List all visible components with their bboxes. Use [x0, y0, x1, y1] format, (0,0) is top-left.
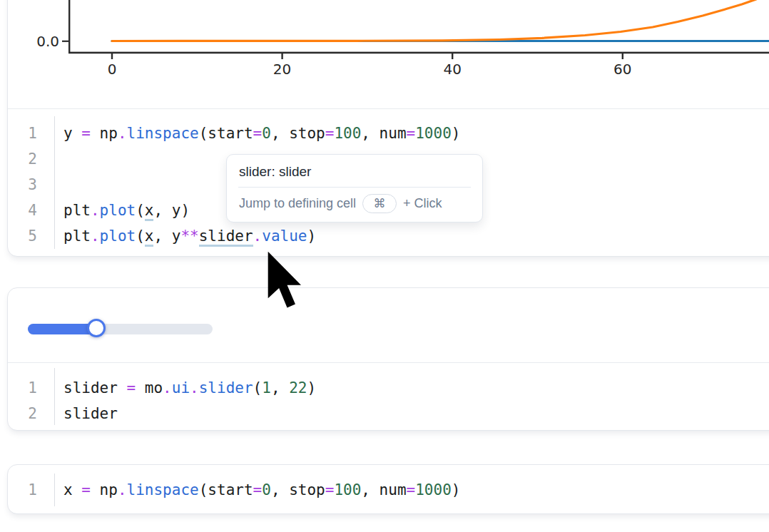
line-number: 4 [8, 198, 54, 223]
tooltip-action-label: Jump to defining cell [239, 196, 356, 211]
code-token: . [118, 481, 127, 498]
code-text: plt.plot(x, y**slider.value) [54, 223, 316, 249]
marimo-notebook: { "colors":{ "accent_blue":"#4a78eb", "t… [0, 0, 769, 532]
code-token: ui [172, 379, 190, 397]
code-token: . [91, 227, 100, 245]
code-token: = [325, 125, 335, 142]
code-token: , stop [271, 481, 325, 498]
code-line[interactable]: 1y = np.linspace(start=0, stop=100, num=… [8, 121, 769, 146]
code-token: 1000 [415, 125, 452, 142]
code-token: = [407, 481, 416, 498]
code-token: ( [253, 379, 263, 397]
variable-tooltip: slider: slider Jump to defining cell ⌘ +… [226, 154, 483, 222]
code-token: (start [199, 125, 253, 142]
code-token: ) [452, 481, 461, 498]
code-token: mo [136, 379, 163, 397]
code-token: . [118, 125, 127, 142]
code-token: = [81, 481, 91, 498]
matplotlib-figure: 0.00204060 [0, 0, 769, 107]
code-token: 0 [262, 481, 271, 498]
code-token: , y [153, 227, 180, 245]
cell-x-definition: 1x = np.linspace(start=0, stop=100, num=… [7, 464, 769, 514]
code-text: slider [54, 401, 118, 426]
code-token: ( [136, 202, 145, 219]
code-token: 100 [334, 125, 361, 142]
variable-reference[interactable]: slider [199, 227, 253, 247]
code-token: np [91, 125, 118, 142]
code-editor[interactable]: 1x = np.linspace(start=0, stop=100, num=… [8, 477, 769, 503]
code-token: plt [63, 202, 91, 219]
code-editor[interactable]: 1slider = mo.ui.slider(1, 22)2slider [8, 375, 769, 426]
code-token: = [81, 125, 91, 142]
slider-output [28, 318, 213, 339]
code-token: , num [361, 481, 406, 498]
output-code-divider [8, 108, 769, 109]
line-number: 1 [8, 375, 54, 401]
code-token: slider [63, 379, 127, 397]
variable-reference[interactable]: x [145, 227, 154, 247]
tooltip-click-hint: + Click [403, 196, 442, 211]
code-token: linspace [127, 481, 199, 498]
code-token: plot [100, 227, 136, 245]
slider-fill [28, 324, 96, 334]
slider-handle[interactable] [87, 319, 106, 337]
code-text: y = np.linspace(start=0, stop=100, num=1… [54, 121, 460, 146]
line-number: 5 [8, 223, 54, 249]
code-token: np [91, 481, 118, 498]
code-token: . [190, 379, 199, 397]
cell-slider: 1slider = mo.ui.slider(1, 22)2slider [7, 287, 769, 431]
code-token: , num [361, 125, 406, 142]
line-number: 1 [8, 121, 54, 146]
code-token: ) [452, 125, 461, 142]
code-token: , stop [271, 125, 325, 142]
code-line[interactable]: 1slider = mo.ui.slider(1, 22) [8, 375, 769, 401]
line-number: 2 [8, 401, 54, 426]
code-token: = [325, 481, 335, 498]
code-token: , y) [153, 202, 190, 219]
code-token: x [63, 481, 81, 498]
line-number: 3 [8, 172, 54, 198]
svg-text:60: 60 [613, 61, 631, 78]
code-text [54, 172, 63, 198]
code-token: = [127, 379, 136, 397]
code-token: value [262, 227, 307, 245]
code-token: 22 [289, 379, 307, 397]
code-token: y [63, 125, 81, 142]
code-text [54, 146, 63, 172]
code-token: . [163, 379, 172, 397]
code-token: 1000 [415, 481, 452, 498]
command-key-icon: ⌘ [362, 194, 397, 213]
code-token: = [253, 481, 263, 498]
code-token: 0 [262, 125, 271, 142]
code-token: = [407, 125, 416, 142]
svg-text:40: 40 [443, 61, 461, 78]
tooltip-title: slider: slider [227, 155, 482, 187]
code-token: 100 [334, 481, 361, 498]
code-token: ** [180, 227, 198, 245]
line-number: 2 [8, 146, 54, 172]
code-token: slider [199, 379, 253, 397]
code-token: linspace [127, 125, 199, 142]
code-text: slider = mo.ui.slider(1, 22) [54, 375, 316, 401]
code-line[interactable]: 5plt.plot(x, y**slider.value) [8, 223, 769, 249]
code-line[interactable]: 1x = np.linspace(start=0, stop=100, num=… [8, 477, 769, 503]
code-token: . [253, 227, 263, 245]
code-token: plot [100, 202, 136, 219]
code-token: (start [199, 481, 253, 498]
svg-text:0.0: 0.0 [36, 33, 59, 50]
variable-reference[interactable]: x [145, 202, 154, 221]
code-line[interactable]: 2slider [8, 401, 769, 426]
output-code-divider [8, 362, 769, 363]
code-token: 1 [262, 379, 271, 397]
code-token: , [271, 379, 289, 397]
code-token: slider [63, 405, 118, 422]
code-text: plt.plot(x, y) [54, 198, 190, 223]
line-number: 1 [8, 477, 54, 503]
code-text: x = np.linspace(start=0, stop=100, num=1… [54, 477, 460, 503]
svg-text:20: 20 [273, 61, 291, 78]
code-token: plt [63, 227, 91, 245]
code-token: ) [307, 379, 316, 397]
arrow-cursor-icon [265, 249, 304, 317]
code-token: = [253, 125, 263, 142]
code-token: ) [307, 227, 316, 245]
